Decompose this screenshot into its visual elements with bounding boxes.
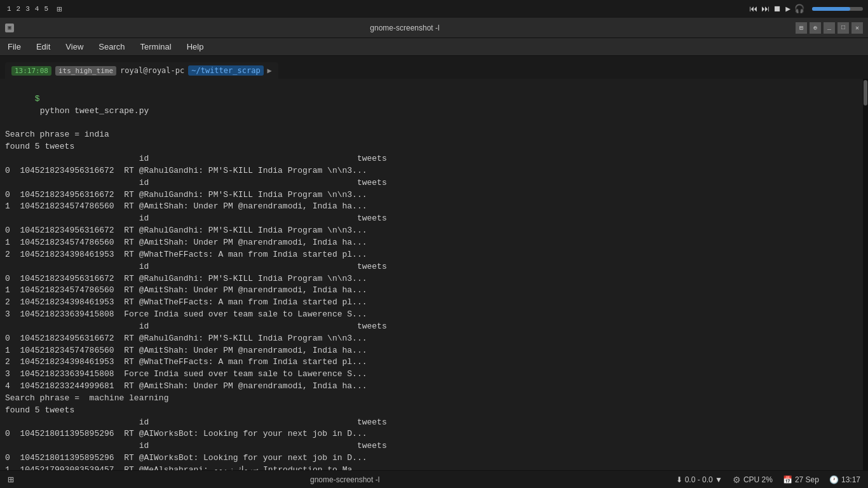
time-value: 13:17 [841, 475, 860, 484]
date-value: 27 Sep [795, 475, 819, 484]
tab-bar: 13:17:08 its_high_time royal@royal-pc ~/… [0, 56, 868, 79]
output-line-22: Search phrase = machine learning [5, 393, 863, 405]
output-line-18: 1 1045218234574786560 RT @AmitShah: Unde… [5, 345, 863, 357]
tab-arrow: ▶ [268, 66, 272, 75]
tab-time: 13:17:08 [11, 66, 51, 76]
top-bar-left: 1 2 3 4 5 ⊞ [5, 4, 62, 15]
output-line-28: 1 1045217993083539457 RT @MeAlshahrani: … [5, 464, 863, 470]
network-value: 0.0 - 0.0 ▼ [685, 475, 722, 484]
output-line-11: id tweets [5, 261, 863, 273]
network-status: ⬇ 0.0 - 0.0 ▼ [676, 475, 722, 484]
workspace-indicator[interactable]: 1 2 3 4 5 [5, 4, 50, 13]
workspace-3[interactable]: 3 [24, 4, 32, 13]
top-bar-right: ⏮ ⏭ ⏹ ▶ 🎧 [749, 4, 863, 14]
terminal-window: ▣ gnome-screenshot -l ⊞ ⊕ _ □ ✕ File Edi… [0, 18, 868, 488]
command-text [35, 106, 40, 116]
menu-help[interactable]: Help [184, 41, 207, 53]
close-button[interactable]: ✕ [851, 22, 863, 34]
output-line-21: 4 1045218233244999681 RT @AmitShah: Unde… [5, 381, 863, 393]
output-line-15: 3 1045218233639415808 Force India sued o… [5, 309, 863, 321]
output-line-3: 0 1045218234956316672 RT @RahulGandhi: P… [5, 165, 863, 177]
menu-view[interactable]: View [63, 41, 86, 53]
scrollbar-thumb[interactable] [864, 80, 867, 105]
media-stop-button[interactable]: ⏹ [773, 4, 782, 14]
media-headphone-icon[interactable]: 🎧 [794, 4, 804, 14]
menu-bar: File Edit View Search Terminal Help [0, 38, 868, 56]
menu-terminal[interactable]: Terminal [138, 41, 174, 53]
maximize-button[interactable]: □ [837, 22, 849, 34]
media-controls: ⏮ ⏭ ⏹ ▶ 🎧 [749, 4, 804, 14]
status-bar-right: ⬇ 0.0 - 0.0 ▼ ⚙ CPU 2% 📅 27 Sep 🕐 13:17 [676, 475, 860, 485]
output-line-6: 1 1045218234574786560 RT @AmitShah: Unde… [5, 201, 863, 213]
terminal-content[interactable]: $ python tweet_scrape.py Search phrase =… [0, 79, 868, 470]
title-bar-left: ▣ [5, 24, 14, 32]
output-line-20: 3 1045218233639415808 Force India sued o… [5, 369, 863, 381]
output-line-17: 0 1045218234956316672 RT @RahulGandhi: P… [5, 333, 863, 345]
window-icon: ▣ [5, 24, 14, 32]
volume-fill [812, 7, 850, 11]
status-bar-left: ⊞ [8, 473, 14, 486]
window-title: gnome-screenshot -l [370, 24, 439, 32]
settings-button[interactable]: ⊕ [810, 22, 821, 34]
workspace-4[interactable]: 4 [33, 4, 41, 13]
output-line-23: found 5 tweets [5, 405, 863, 417]
output-line-14: 2 1045218234398461953 RT @WhatTheFFacts:… [5, 297, 863, 309]
output-line-9: 1 1045218234574786560 RT @AmitShah: Unde… [5, 237, 863, 249]
top-system-bar: 1 2 3 4 5 ⊞ ⏮ ⏭ ⏹ ▶ 🎧 [0, 0, 868, 18]
output-line-19: 2 1045218234398461953 RT @WhatTheFFacts:… [5, 356, 863, 369]
workspace-5[interactable]: 5 [42, 4, 50, 13]
clock-icon: 🕐 [829, 475, 839, 484]
output-line-4: id tweets [5, 177, 863, 189]
tab-label: its_high_time [55, 66, 116, 76]
output-line-7: id tweets [5, 213, 863, 225]
prompt-line: $ python tweet_scrape.py [5, 81, 863, 129]
tab-user: royal@royal-pc [120, 66, 184, 75]
output-line-16: id tweets [5, 321, 863, 333]
status-bar: ⊞ gnome-screenshot -l ⬇ 0.0 - 0.0 ▼ ⚙ CP… [0, 470, 868, 488]
cpu-status: ⚙ CPU 2% [733, 475, 773, 485]
cpu-icon: ⚙ [733, 475, 741, 485]
media-rewind-button[interactable]: ⏮ [749, 4, 757, 14]
tab-path: ~/twitter_scrap [188, 65, 263, 76]
menu-file[interactable]: File [5, 41, 24, 53]
output-line-1: found 5 tweets [5, 141, 863, 153]
prompt-symbol: $ [35, 94, 40, 104]
status-bar-center: gnome-screenshot -l [310, 475, 379, 484]
output-line-0: Search phrase = india [5, 129, 863, 141]
output-line-26: id tweets [5, 440, 863, 452]
menu-search[interactable]: Search [96, 41, 127, 53]
output-line-24: id tweets [5, 417, 863, 429]
output-line-25: 0 1045218011395895296 RT @AIWorksBot: Lo… [5, 428, 863, 440]
time-status: 🕐 13:17 [829, 475, 860, 484]
terminal-tab-1[interactable]: 13:17:08 its_high_time royal@royal-pc ~/… [5, 62, 278, 79]
media-play-button[interactable]: ▶ [785, 4, 790, 14]
output-line-2: id tweets [5, 153, 863, 165]
volume-bar[interactable] [812, 7, 863, 11]
workspace-2[interactable]: 2 [15, 4, 23, 13]
output-line-27: 0 1045218011395895296 RT @AIWorksBot: Lo… [5, 452, 863, 464]
apps-icon[interactable]: ⊞ [8, 473, 14, 486]
minimize-button[interactable]: _ [824, 22, 835, 34]
title-bar: ▣ gnome-screenshot -l ⊞ ⊕ _ □ ✕ [0, 18, 868, 38]
tile-button[interactable]: ⊞ [796, 22, 807, 34]
date-status: 📅 27 Sep [783, 475, 819, 484]
output-line-12: 0 1045218234956316672 RT @RahulGandhi: P… [5, 273, 863, 285]
network-icon: ⬇ [676, 475, 682, 484]
output-line-13: 1 1045218234574786560 RT @AmitShah: Unde… [5, 285, 863, 297]
title-bar-controls: ⊞ ⊕ _ □ ✕ [796, 22, 863, 34]
calendar-icon: 📅 [783, 475, 792, 484]
output-line-8: 0 1045218234956316672 RT @RahulGandhi: P… [5, 225, 863, 237]
scrollbar[interactable] [863, 79, 868, 470]
output-line-5: 0 1045218234956316672 RT @RahulGandhi: P… [5, 189, 863, 201]
grid-icon[interactable]: ⊞ [57, 4, 62, 15]
menu-edit[interactable]: Edit [34, 41, 53, 53]
output-line-10: 2 1045218234398461953 RT @WhatTheFFacts:… [5, 249, 863, 261]
command-full: python tweet_scrape.py [40, 106, 149, 116]
workspace-1[interactable]: 1 [5, 4, 13, 13]
cpu-value: CPU 2% [743, 475, 773, 484]
media-forward-button[interactable]: ⏭ [761, 4, 770, 14]
